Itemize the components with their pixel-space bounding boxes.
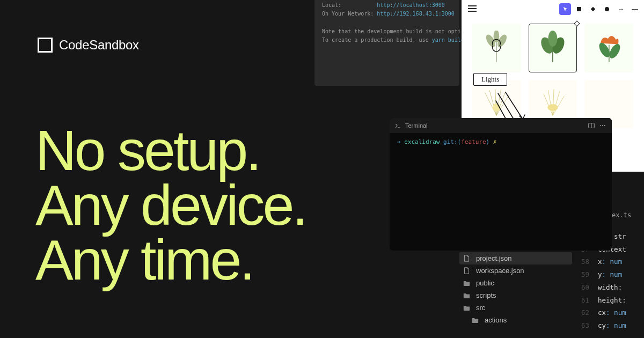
plant-illustration xyxy=(592,31,626,65)
hero-headline: No setup. Any device. Any time. xyxy=(35,123,306,287)
tool-square[interactable] xyxy=(573,3,585,15)
dev-note-2: To create a production build, use yarn b… xyxy=(322,36,452,45)
plant-illustration xyxy=(536,87,570,121)
svg-point-8 xyxy=(548,31,557,47)
file-explorer: project.json workspace.json public scrip… xyxy=(459,244,572,326)
more-icon[interactable] xyxy=(599,122,606,129)
split-panel-icon[interactable] xyxy=(588,122,595,129)
terminal-window: Terminal → excalidraw git:(feature) ✗ xyxy=(390,118,612,251)
square-icon xyxy=(576,6,582,12)
tool-circle[interactable] xyxy=(601,3,613,15)
file-name: workspace.json xyxy=(476,267,524,275)
dev-local-line: Local: http://localhost:3000 xyxy=(322,1,452,10)
plant-illustration xyxy=(536,31,570,65)
headline-line-1: No setup. xyxy=(35,123,306,178)
circle-icon xyxy=(604,6,610,12)
folder-row[interactable]: src xyxy=(459,302,572,314)
hamburger-icon[interactable] xyxy=(468,5,477,12)
prompt-git-suffix: ) xyxy=(486,138,490,145)
brand-logo: CodeSandbox xyxy=(38,38,139,53)
folder-row[interactable]: public xyxy=(459,277,572,289)
prompt-arrow: → xyxy=(397,138,401,145)
logo-square-icon xyxy=(38,38,53,53)
prompt-git-prefix: git:( xyxy=(443,138,461,145)
svg-point-14 xyxy=(600,125,601,126)
folder-name: actions xyxy=(485,316,507,324)
file-row[interactable]: workspace.json xyxy=(459,264,572,277)
terminal-title: Terminal xyxy=(405,122,428,129)
canvas-card-selected[interactable] xyxy=(529,24,577,72)
terminal-icon xyxy=(395,123,401,129)
folder-icon xyxy=(463,280,471,286)
resize-handle-icon[interactable] xyxy=(574,20,580,26)
headline-line-2: Any device. xyxy=(35,178,306,233)
plant-illustration xyxy=(479,31,514,65)
file-row[interactable]: project.json xyxy=(459,252,572,264)
svg-point-12 xyxy=(547,104,558,111)
tool-pointer[interactable] xyxy=(559,3,571,15)
folder-name: public xyxy=(476,279,494,287)
svg-rect-0 xyxy=(577,7,581,11)
dev-note-1: Note that the development build is not o… xyxy=(322,27,452,36)
svg-rect-1 xyxy=(591,7,595,11)
prompt-dirty-icon: ✗ xyxy=(493,138,497,145)
whiteboard-label[interactable]: Lights xyxy=(473,73,507,86)
canvas-card[interactable] xyxy=(472,24,521,72)
code-line: 62cx: num xyxy=(579,306,644,319)
prompt-branch: feature xyxy=(461,138,486,145)
dev-network-line: On Your Network: http://192.168.43.1:300… xyxy=(322,10,452,18)
code-line: 58x: num xyxy=(579,255,644,268)
canvas-card[interactable] xyxy=(584,24,633,72)
code-line: 61height: xyxy=(579,294,644,307)
terminal-body[interactable]: → excalidraw git:(feature) ✗ xyxy=(390,133,612,151)
svg-point-5 xyxy=(494,31,500,42)
folder-name: src xyxy=(476,304,485,312)
folder-icon xyxy=(471,317,479,324)
code-line: 63cy: num xyxy=(579,319,644,332)
pointer-icon xyxy=(562,6,568,12)
folder-icon xyxy=(463,305,471,311)
folder-row[interactable]: scripts xyxy=(459,289,572,302)
svg-point-10 xyxy=(607,42,622,60)
code-line: 60width: xyxy=(579,281,644,294)
folder-icon xyxy=(463,292,471,299)
svg-point-2 xyxy=(605,7,609,11)
prompt-dir: excalidraw xyxy=(404,138,440,145)
tool-line[interactable]: — xyxy=(629,3,641,15)
tool-arrow[interactable]: → xyxy=(615,3,627,15)
svg-point-16 xyxy=(604,125,605,126)
diamond-icon xyxy=(590,6,596,12)
logo-text: CodeSandbox xyxy=(59,38,139,53)
folder-name: scripts xyxy=(476,291,496,299)
code-line: 59y: num xyxy=(579,268,644,281)
headline-line-3: Any time. xyxy=(35,233,306,288)
svg-point-15 xyxy=(602,125,603,126)
tool-diamond[interactable] xyxy=(587,3,599,15)
file-icon xyxy=(463,267,471,274)
dev-server-output: Local: http://localhost:3000 On Your Net… xyxy=(314,0,459,86)
file-icon xyxy=(463,255,471,262)
whiteboard-toolbar: → — xyxy=(559,3,641,15)
file-name: project.json xyxy=(476,254,511,262)
terminal-titlebar: Terminal xyxy=(390,118,612,133)
folder-row[interactable]: actions xyxy=(459,314,572,326)
